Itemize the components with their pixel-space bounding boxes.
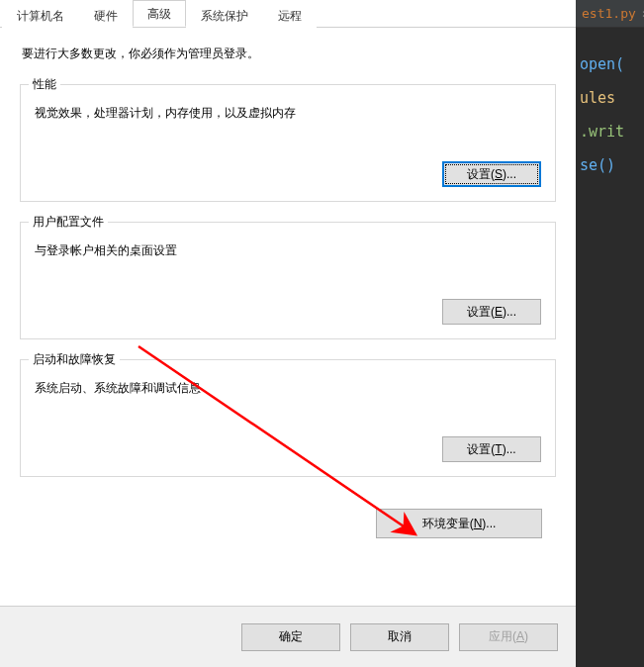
tab-computer-name[interactable]: 计算机名 xyxy=(2,1,79,28)
environment-variables-button[interactable]: 环境变量(N)... xyxy=(376,509,542,538)
admin-intro-text: 要进行大多数更改，你必须作为管理员登录。 xyxy=(22,46,556,62)
startup-recovery-settings-button[interactable]: 设置(T)... xyxy=(442,436,541,462)
performance-title: 性能 xyxy=(29,76,60,93)
tab-remote[interactable]: 远程 xyxy=(263,1,317,28)
editor-tab[interactable]: est1.py × xyxy=(576,0,644,28)
system-properties-dialog: 计算机名 硬件 高级 系统保护 远程 要进行大多数更改，你必须作为管理员登录。 … xyxy=(0,0,576,667)
performance-group: 性能 视觉效果，处理器计划，内存使用，以及虚拟内存 设置(S)... xyxy=(20,84,556,202)
user-profiles-settings-button[interactable]: 设置(E)... xyxy=(442,299,541,325)
startup-recovery-desc: 系统启动、系统故障和调试信息 xyxy=(35,380,541,397)
user-profiles-group: 用户配置文件 与登录帐户相关的桌面设置 设置(E)... xyxy=(20,222,556,339)
dialog-footer: 确定 取消 应用(A) xyxy=(0,606,576,667)
tab-system-protection[interactable]: 系统保护 xyxy=(186,1,263,28)
ok-button[interactable]: 确定 xyxy=(241,623,340,651)
tab-hardware[interactable]: 硬件 xyxy=(79,1,133,28)
editor-tab-label: est1.py xyxy=(582,6,636,21)
startup-recovery-title: 启动和故障恢复 xyxy=(29,351,120,368)
code-editor-background: est1.py × open( ules .writ se() xyxy=(576,0,644,667)
user-profiles-title: 用户配置文件 xyxy=(29,214,108,231)
performance-desc: 视觉效果，处理器计划，内存使用，以及虚拟内存 xyxy=(35,105,541,122)
code-area: open( ules .writ se() xyxy=(576,28,644,182)
user-profiles-desc: 与登录帐户相关的桌面设置 xyxy=(35,242,541,259)
cancel-button[interactable]: 取消 xyxy=(350,623,449,651)
startup-recovery-group: 启动和故障恢复 系统启动、系统故障和调试信息 设置(T)... xyxy=(20,359,556,477)
tab-advanced[interactable]: 高级 xyxy=(133,0,186,27)
tab-bar: 计算机名 硬件 高级 系统保护 远程 xyxy=(0,0,576,28)
apply-button: 应用(A) xyxy=(459,623,558,651)
advanced-tab-content: 要进行大多数更改，你必须作为管理员登录。 性能 视觉效果，处理器计划，内存使用，… xyxy=(0,28,576,602)
performance-settings-button[interactable]: 设置(S)... xyxy=(442,161,541,187)
